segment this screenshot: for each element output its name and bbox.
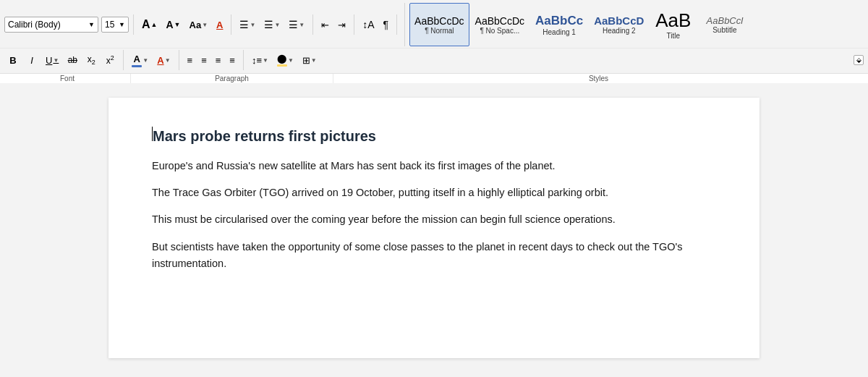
- font-name-dropdown[interactable]: Calibri (Body) ▼: [4, 17, 98, 33]
- font-size-dropdown[interactable]: 15 ▼: [101, 17, 129, 33]
- paragraph-2: The Trace Gas Orbiter (TGO) arrived on 1…: [152, 185, 716, 201]
- ribbon: Calibri (Body) ▼ 15 ▼ A▲ A▼ Aa▼ A ☰▼ ☰▼: [0, 0, 868, 83]
- clear-format-btn[interactable]: A: [213, 16, 226, 33]
- increase-indent-btn[interactable]: ⇥: [334, 16, 349, 33]
- subscript-btn[interactable]: x2: [82, 51, 100, 69]
- align-center-btn[interactable]: ≡: [197, 51, 210, 69]
- font-color-btn[interactable]: A ▼: [153, 51, 174, 69]
- style-title[interactable]: AaB Title: [650, 3, 697, 46]
- italic-btn[interactable]: I: [23, 51, 41, 69]
- align-left-btn[interactable]: ≡: [184, 51, 197, 69]
- divider-4: [354, 14, 354, 35]
- text-highlight-btn[interactable]: A ▼: [128, 51, 152, 69]
- document-heading: Mars probe returns first pictures: [152, 127, 716, 145]
- strikethrough-btn[interactable]: ab: [64, 51, 81, 69]
- style-heading2[interactable]: AaBbCcD Heading 2: [589, 3, 649, 46]
- bold-btn[interactable]: B: [4, 51, 22, 69]
- divider-2: [231, 14, 231, 35]
- font-shrink-btn[interactable]: A▼: [162, 16, 184, 33]
- style-subtitle[interactable]: AaBbCcl Subtitle: [697, 3, 752, 46]
- divider-7: [179, 50, 179, 70]
- style-subtitle-preview: AaBbCcl: [707, 15, 744, 26]
- style-normal-preview: AaBbCcDc: [414, 15, 464, 27]
- show-marks-btn[interactable]: ¶: [380, 16, 393, 33]
- style-normal[interactable]: AaBbCcDc ¶ Normal: [409, 3, 469, 46]
- borders-btn[interactable]: ⊞▼: [299, 51, 320, 69]
- style-heading2-preview: AaBbCcD: [594, 14, 644, 27]
- superscript-btn[interactable]: x2: [101, 51, 119, 69]
- align-justify-btn[interactable]: ≡: [226, 51, 239, 69]
- multilevel-btn[interactable]: ☰▼: [285, 16, 308, 33]
- paragraph-section-label: Paragraph: [131, 74, 333, 83]
- style-heading1-label: Heading 1: [542, 28, 576, 36]
- paragraph-4: But scientists have taken the opportunit…: [152, 239, 716, 272]
- document-page[interactable]: Mars probe returns first pictures Europe…: [109, 98, 760, 358]
- font-grow-btn[interactable]: A▲: [138, 16, 161, 33]
- font-section-label: Font: [4, 74, 131, 83]
- decrease-indent-btn[interactable]: ⇤: [318, 16, 333, 33]
- style-heading1-preview: AaBbCc: [535, 14, 583, 28]
- divider-5: [396, 14, 397, 35]
- style-normal-label: ¶ Normal: [425, 27, 454, 35]
- style-heading2-label: Heading 2: [603, 27, 636, 35]
- style-heading1[interactable]: AaBbCc Heading 1: [530, 3, 588, 46]
- font-size-chevron: ▼: [119, 21, 125, 28]
- divider-1: [133, 14, 134, 35]
- font-name-value: Calibri (Body): [8, 20, 61, 30]
- divider-3: [312, 14, 313, 35]
- sort-btn[interactable]: ↕A: [359, 16, 378, 33]
- style-no-spacing-label: ¶ No Spac...: [480, 27, 519, 35]
- line-spacing-btn[interactable]: ↕≡▼: [248, 51, 272, 69]
- document-area: Mars probe returns first pictures Europe…: [0, 83, 868, 373]
- styles-section-label: Styles: [333, 74, 864, 83]
- divider-8: [243, 50, 244, 70]
- shading-btn[interactable]: ⬤ ▼: [273, 51, 297, 69]
- style-no-spacing[interactable]: AaBbCcDc ¶ No Spac...: [470, 3, 529, 46]
- numbering-btn[interactable]: ☰▼: [260, 16, 284, 33]
- divider-6: [123, 50, 124, 70]
- font-size-value: 15: [105, 20, 114, 30]
- underline-btn[interactable]: U▼: [42, 51, 62, 69]
- style-no-spacing-preview: AaBbCcDc: [475, 15, 524, 27]
- font-section-expand[interactable]: ⬙: [854, 55, 864, 65]
- paragraph-1: Europe's and Russia's new satellite at M…: [152, 158, 716, 174]
- paragraph-3: This must be circularised over the comin…: [152, 211, 716, 228]
- style-subtitle-label: Subtitle: [712, 26, 736, 34]
- font-name-chevron: ▼: [88, 21, 95, 28]
- bullets-btn[interactable]: ☰▼: [236, 16, 259, 33]
- align-right-btn[interactable]: ≡: [212, 51, 225, 69]
- style-title-preview: AaB: [655, 9, 691, 32]
- styles-section: AaBbCcDc ¶ Normal AaBbCcDc ¶ No Spac... …: [404, 3, 864, 46]
- style-title-label: Title: [667, 32, 681, 40]
- font-case-btn[interactable]: Aa▼: [186, 16, 212, 33]
